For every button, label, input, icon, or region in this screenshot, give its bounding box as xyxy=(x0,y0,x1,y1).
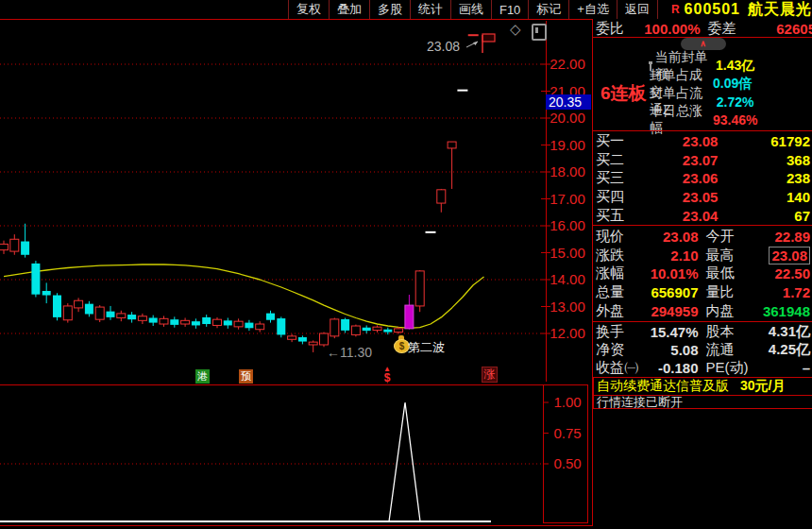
bid-volume: 61792 xyxy=(718,133,810,149)
stock-title: R 600501 航天晨光 xyxy=(671,0,812,19)
bid-label: 买四 xyxy=(596,188,641,206)
info-value: 0.09倍 xyxy=(707,76,777,93)
price-axis-label: 20.00 xyxy=(550,110,585,126)
weicha-label: 委差 xyxy=(708,20,755,38)
banner-price: 30元/月 xyxy=(740,378,785,395)
detail-row-2: 收益㈠-0.180PE(动)– xyxy=(593,359,812,377)
top-menu-bar: 复权叠加多股统计画线F10标记+自选返回 R 600501 航天晨光 xyxy=(0,0,812,20)
detail-label: 流通 xyxy=(706,341,755,359)
quote-details: 现价23.08今开22.89涨跌2.10最高23.08涨幅10.01%最低22.… xyxy=(593,228,812,320)
detail-label: 现价 xyxy=(596,228,643,246)
bid-price[interactable]: 23.05 xyxy=(641,189,718,205)
buy-signal-icon[interactable]: ▲ $ xyxy=(381,366,394,384)
menu-item-7[interactable]: +自选 xyxy=(568,0,617,19)
info-value: 2.72% xyxy=(711,94,777,110)
detail-value: 294959 xyxy=(651,303,698,319)
marker-icon xyxy=(650,61,651,71)
detail-label: 收益㈠ xyxy=(596,359,643,377)
weicha-value: 62605 xyxy=(755,21,812,37)
divider xyxy=(593,130,812,131)
limit-up-stamp-icon[interactable]: 涨 xyxy=(482,367,498,383)
banner-text: 自动续费通达信普及版 xyxy=(597,378,729,395)
bid-label: 买一 xyxy=(596,132,641,150)
divider xyxy=(593,225,812,226)
detail-label: 股本 xyxy=(706,323,755,341)
weibi-value: 100.00% xyxy=(639,21,701,37)
bid-price[interactable]: 23.04 xyxy=(641,208,718,224)
detail-label: 涨幅 xyxy=(596,264,643,282)
dollar-icon: $ xyxy=(381,372,394,384)
bid-label: 买二 xyxy=(596,151,641,169)
price-axis-label: 16.00 xyxy=(550,217,585,233)
menu-spacer xyxy=(0,0,288,19)
detail-row-1: 净资5.08流通4.25亿 xyxy=(593,341,812,359)
detail-label: 最低 xyxy=(706,264,755,282)
money-bag-icon: $ xyxy=(394,335,409,352)
signal-label: 第二波 xyxy=(408,339,445,356)
indicator-axis-label: 0.50 xyxy=(553,455,581,471)
weibi-row: 委比 100.00% 委差 62605 xyxy=(593,21,812,37)
bid-price[interactable]: 23.06 xyxy=(641,170,718,186)
detail-row-3: 总量656907量比1.72 xyxy=(593,283,812,302)
price-axis-label: 15.00 xyxy=(550,245,585,261)
market-badge-1[interactable]: 预 xyxy=(239,369,253,384)
price-axis-label: 19.00 xyxy=(550,137,585,153)
menu-item-1[interactable]: 叠加 xyxy=(329,0,369,19)
bid-volume: 140 xyxy=(718,189,810,205)
diamond-marker-icon[interactable]: ◇ xyxy=(510,22,521,37)
connection-status-banner: 行情连接已断开 xyxy=(593,395,812,409)
detail-label: 外盘 xyxy=(596,302,643,320)
detail-row-0: 现价23.08今开22.89 xyxy=(593,228,812,247)
detail-row-1: 涨跌2.10最高23.08 xyxy=(593,247,812,265)
bid-volume: 238 xyxy=(718,170,810,186)
detail-label: 涨跌 xyxy=(596,247,643,264)
menu-item-8[interactable]: 返回 xyxy=(617,0,658,19)
detail-label: 内盘 xyxy=(706,302,755,320)
bid-row-4: 买四23.05140 xyxy=(593,188,812,206)
bid-volume: 368 xyxy=(718,152,810,168)
price-axis-label: 12.00 xyxy=(550,325,585,341)
bid-row-3: 买三23.06238 xyxy=(593,169,812,187)
bid-price[interactable]: 23.08 xyxy=(641,133,718,149)
bid-row-1: 买一23.0861792 xyxy=(593,132,812,150)
menu-item-0[interactable]: 复权 xyxy=(288,0,329,19)
menu-item-5[interactable]: F10 xyxy=(491,0,528,19)
detail-label: 净资 xyxy=(596,341,643,359)
market-badge-0[interactable]: 港 xyxy=(195,369,210,384)
stock-name: 航天晨光 xyxy=(748,0,812,20)
quote-panel: 委比 100.00% 委差 62605 ∧ 6连板 当前封单额1.43亿封单占成… xyxy=(592,19,812,526)
detail-row-2: 涨幅10.01%最低22.50 xyxy=(593,264,812,283)
menu-item-3[interactable]: 统计 xyxy=(410,0,450,19)
price-axis-label: 22.00 xyxy=(550,56,585,72)
price-tag: 20.35 xyxy=(549,94,582,110)
stock-code: 600501 xyxy=(685,1,740,18)
detail-label: 换手 xyxy=(596,323,643,341)
menu-item-6[interactable]: 标记 xyxy=(528,0,568,19)
detail-value: 4.31亿 xyxy=(769,323,810,339)
detail-value: – xyxy=(803,360,810,376)
bid-row-5: 买五23.0467 xyxy=(593,207,812,225)
bid-price[interactable]: 23.07 xyxy=(641,152,718,168)
detail-value: 22.89 xyxy=(774,229,810,245)
notes-page-icon[interactable] xyxy=(532,24,547,41)
menu-item-4[interactable]: 画线 xyxy=(450,0,491,19)
divider xyxy=(593,321,812,322)
detail-row-0: 换手15.47%股本4.31亿 xyxy=(593,323,812,341)
fundamental-details: 换手15.47%股本4.31亿净资5.08流通4.25亿收益㈠-0.180PE(… xyxy=(593,323,812,377)
indicator-axis-label: 0.75 xyxy=(553,425,581,441)
bid-volume: 67 xyxy=(718,208,810,224)
price-axis-label: 17.00 xyxy=(550,191,585,207)
high-price-annotation: 23.08 xyxy=(427,39,460,54)
detail-value: 2.10 xyxy=(670,247,698,264)
info-value: 1.43亿 xyxy=(710,58,777,75)
detail-value: 23.08 xyxy=(769,247,810,264)
detail-label: 总量 xyxy=(596,283,643,301)
menu-item-2[interactable]: 多股 xyxy=(369,0,410,19)
bid-label: 买五 xyxy=(596,207,641,225)
indicator-axis-label: 1.00 xyxy=(553,394,581,410)
detail-label: 量比 xyxy=(706,283,755,301)
menu-items: 复权叠加多股统计画线F10标记+自选返回 xyxy=(288,0,658,19)
detail-label: PE(动) xyxy=(706,359,755,377)
detail-value: 23.08 xyxy=(663,229,699,245)
detail-value: 1.72 xyxy=(783,284,810,300)
